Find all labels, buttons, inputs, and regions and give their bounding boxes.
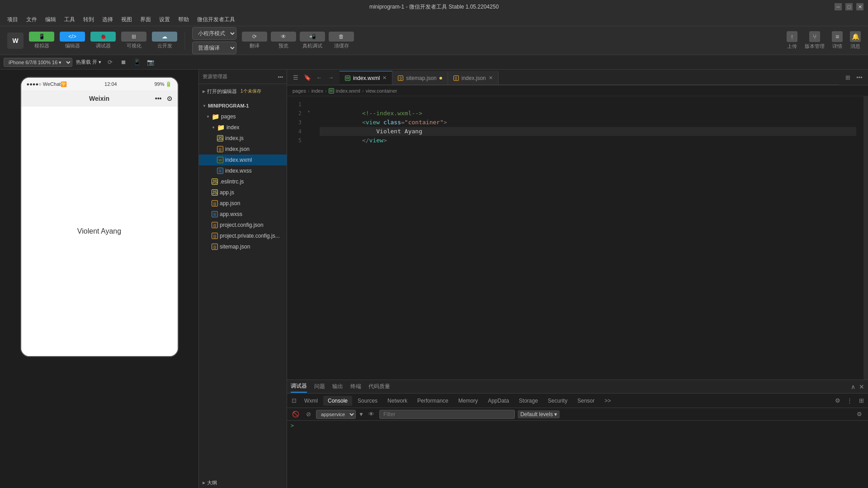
devtools-detach-button[interactable]: ⊞ [856, 396, 866, 406]
devtools-tab-console[interactable]: Console [323, 396, 352, 406]
real-debug-button[interactable]: 📲 [300, 32, 325, 42]
console-content[interactable]: > [287, 421, 868, 488]
bottom-tab-terminal[interactable]: 终端 [350, 381, 361, 392]
cloud-tool[interactable]: ☁ 云开发 [152, 32, 177, 49]
devtools-settings-button[interactable]: ⚙ [833, 396, 843, 406]
file-index-wxml[interactable]: W index.wxml [199, 155, 287, 165]
tab-index-wxml[interactable]: W index.wxml ✕ [340, 71, 392, 84]
real-debug-tool[interactable]: 📲 真机调试 [300, 32, 325, 49]
back-button[interactable]: ← [314, 72, 324, 82]
console-eye-button[interactable]: 👁 [367, 409, 377, 419]
devtools-right-icons[interactable]: ⚙ ⋮ ⊞ [833, 396, 866, 406]
outline-section[interactable]: ▶ 大纲 [199, 477, 287, 488]
hamburger-button[interactable]: ☰ [291, 72, 301, 82]
code-area[interactable]: 1 2 3 4 5 ▾ <!--index.wxml--> [287, 96, 868, 380]
close-button[interactable]: ✕ [856, 3, 863, 10]
debugger-button[interactable]: 🐞 [90, 32, 116, 42]
editor-left-icons[interactable]: ☰ 🔖 ← → [287, 72, 340, 82]
file-app-json[interactable]: {} app.json [199, 198, 287, 209]
refresh-button[interactable]: ⟳ [105, 57, 115, 67]
breadcrumb-symbol[interactable]: view.container [366, 88, 397, 94]
file-app-js[interactable]: JS app.js [199, 187, 287, 198]
default-levels-label[interactable]: Default levels ▾ [518, 410, 560, 418]
nav-dots[interactable]: ••• [155, 95, 162, 102]
device-select[interactable]: iPhone 6/7/8 100% 16 ▾ [4, 58, 72, 67]
menu-goto[interactable]: 转到 [80, 14, 98, 25]
bookmark-button[interactable]: 🔖 [302, 72, 312, 82]
clear-cache-tool[interactable]: 🗑 清缓存 [329, 32, 354, 49]
file-project-private[interactable]: {} project.private.config.js... [199, 230, 287, 241]
minimize-button[interactable]: ─ [835, 3, 842, 10]
open-editors-header[interactable]: ▶ 打开的编辑器 1个未保存 [199, 86, 287, 97]
devtools-tab-more[interactable]: >> [600, 396, 615, 406]
devtools-tab-network[interactable]: Network [383, 396, 412, 406]
cloud-button[interactable]: ☁ [152, 32, 177, 42]
panel-close-button[interactable]: ✕ [859, 383, 864, 390]
menu-interface[interactable]: 界面 [137, 14, 155, 25]
simulator-button[interactable]: 📱 [29, 32, 54, 42]
editor-right-icons[interactable]: ⊞ ••• [839, 72, 868, 82]
file-app-wxss[interactable]: S app.wxss [199, 209, 287, 220]
breadcrumb-pages[interactable]: pages [292, 88, 306, 94]
menu-file[interactable]: 文件 [23, 14, 41, 25]
compile-select[interactable]: 普通编译 [192, 42, 236, 54]
bottom-tab-quality[interactable]: 代码质量 [368, 381, 390, 392]
devtools-tab-sensor[interactable]: Sensor [573, 396, 599, 406]
translate-tool[interactable]: ⟳ 翻译 [242, 32, 267, 49]
upload-tool[interactable]: ↑ 上传 [787, 31, 797, 50]
preview-tool[interactable]: 👁 预览 [271, 32, 296, 49]
devtools-tab-storage[interactable]: Storage [514, 396, 542, 406]
screenshot-button[interactable]: 📷 [146, 57, 156, 67]
debugger-tool[interactable]: 🐞 调试器 [90, 32, 116, 49]
file-project-config[interactable]: {} project.config.json [199, 220, 287, 230]
menu-view[interactable]: 视图 [118, 14, 136, 25]
explorer-menu-icon[interactable]: ••• [278, 74, 283, 80]
devtools-tab-sources[interactable]: Sources [353, 396, 382, 406]
bottom-tab-output[interactable]: 输出 [332, 381, 343, 392]
menu-settings[interactable]: 设置 [156, 14, 174, 25]
breadcrumb-file[interactable]: W index.wxml [329, 88, 360, 94]
editor-button[interactable]: </> [60, 32, 85, 42]
console-right-controls[interactable]: ⚙ [854, 409, 864, 419]
notify-tool[interactable]: 🔔 消息 [850, 31, 861, 50]
project-header[interactable]: ▼ MINIPROGRAM-1 [199, 100, 287, 111]
mode-select[interactable]: 小程序模式 [192, 27, 236, 40]
bottom-tab-debugger[interactable]: 调试器 [291, 380, 307, 393]
bottom-tab-problems[interactable]: 问题 [314, 381, 325, 392]
menu-project[interactable]: 项目 [4, 14, 22, 25]
clear-cache-button[interactable]: 🗑 [329, 32, 354, 42]
tab-wxml-close[interactable]: ✕ [382, 75, 387, 81]
phone-button[interactable]: 📱 [132, 57, 142, 67]
window-controls[interactable]: ─ □ ✕ [835, 3, 863, 10]
tab-json-close[interactable]: ✕ [489, 75, 493, 81]
console-levels[interactable]: Default levels ▾ [518, 410, 560, 418]
devtools-tab-performance[interactable]: Performance [413, 396, 453, 406]
editor-tool[interactable]: </> 编辑器 [60, 32, 85, 49]
code-content[interactable]: <!--index.wxml--> <view class="container… [312, 96, 863, 380]
menu-devtools[interactable]: 微信开发者工具 [193, 14, 239, 25]
devtools-more-button[interactable]: ⋮ [844, 396, 854, 406]
devtools-tab-memory[interactable]: Memory [454, 396, 482, 406]
detail-tool[interactable]: ≡ 详情 [832, 31, 843, 50]
visualize-button[interactable]: ⊞ [121, 32, 146, 42]
visualize-tool[interactable]: ⊞ 可视化 [121, 32, 146, 49]
menu-tools[interactable]: 工具 [61, 14, 79, 25]
console-context-select[interactable]: appservice [316, 410, 356, 419]
preview-button[interactable]: 👁 [271, 32, 296, 42]
devtools-tab-security[interactable]: Security [543, 396, 572, 406]
file-index-wxss[interactable]: S index.wxss [199, 165, 287, 176]
file-eslintrc[interactable]: JS .eslintrc.js [199, 176, 287, 187]
stop-button[interactable]: ⏹ [118, 57, 128, 67]
simulator-tool[interactable]: 📱 模拟器 [29, 32, 54, 49]
panel-expand-button[interactable]: ∧ [851, 383, 855, 390]
tab-sitemap-json[interactable]: {} sitemap.json [392, 71, 448, 84]
file-index-json[interactable]: {} index.json [199, 144, 287, 155]
forward-button[interactable]: → [326, 72, 336, 82]
editor-scrollbar[interactable] [863, 96, 868, 380]
nav-scan[interactable]: ⊙ [167, 95, 172, 102]
folder-index[interactable]: ▼ 📁 index [199, 122, 287, 133]
devtools-tab-wxml[interactable]: Wxml [300, 396, 322, 406]
console-prompt[interactable]: > [291, 422, 294, 429]
console-settings-button[interactable]: ⚙ [854, 409, 864, 419]
breadcrumb-index[interactable]: index [311, 88, 323, 94]
